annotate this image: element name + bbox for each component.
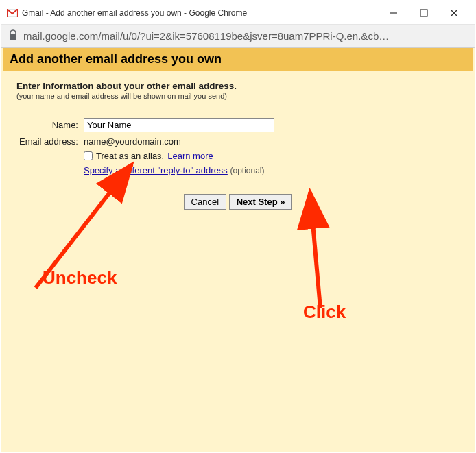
minimize-button[interactable] (379, 3, 409, 23)
page-content: Add another email address you own Enter … (1, 48, 475, 452)
subtitle: Enter information about your other email… (16, 81, 460, 91)
lock-icon (8, 29, 18, 43)
note: (your name and email address will be sho… (16, 92, 460, 100)
svg-rect-5 (10, 34, 16, 40)
name-label: Name: (16, 116, 81, 134)
alias-label: Treat as an alias. (96, 151, 164, 161)
page-heading: Add another email address you own (3, 48, 473, 71)
click-annotation: Click (303, 302, 346, 323)
next-step-button[interactable]: Next Step » (229, 194, 293, 210)
url-text: mail.google.com/mail/u/0/?ui=2&ik=576081… (23, 30, 389, 42)
window-titlebar: Gmail - Add another email address you ow… (1, 1, 475, 25)
form-table: Name: Email address: name@yourdomain.com… (16, 116, 277, 177)
reply-to-link[interactable]: Specify a different "reply-to" address (84, 165, 228, 175)
alias-checkbox[interactable] (84, 151, 93, 160)
learn-more-link[interactable]: Learn more (167, 151, 213, 161)
address-bar[interactable]: mail.google.com/mail/u/0/?ui=2&ik=576081… (1, 25, 475, 48)
email-value: name@yourdomain.com (84, 136, 181, 147)
cancel-button[interactable]: Cancel (184, 194, 226, 210)
optional-text: (optional) (230, 166, 264, 175)
name-input[interactable] (84, 118, 274, 132)
svg-rect-2 (420, 10, 427, 16)
close-button[interactable] (439, 3, 469, 23)
gmail-icon (7, 8, 18, 19)
email-label: Email address: (16, 134, 81, 149)
divider (16, 106, 455, 106)
chrome-window: Gmail - Add another email address you ow… (1, 1, 475, 452)
maximize-button[interactable] (409, 3, 439, 23)
window-title: Gmail - Add another email address you ow… (22, 8, 379, 18)
uncheck-annotation: Uncheck (43, 267, 117, 289)
